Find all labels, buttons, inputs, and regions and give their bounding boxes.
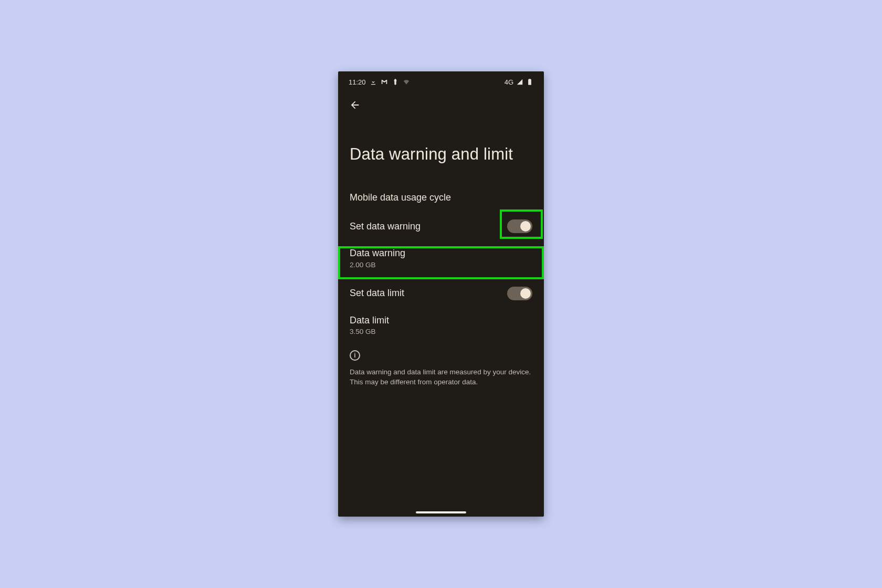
row-label: Set data warning	[350, 220, 421, 233]
cell-signal-icon	[516, 78, 523, 86]
arrow-left-icon	[349, 99, 361, 111]
toggle-knob	[520, 221, 531, 232]
row-value: 3.50 GB	[350, 328, 532, 335]
settings-list: Mobile data usage cycle Set data warning…	[338, 183, 544, 387]
row-value: 2.00 GB	[350, 261, 532, 269]
row-label: Set data limit	[350, 287, 404, 299]
status-time: 11:20	[349, 78, 366, 86]
row-data-warning[interactable]: Data warning 2.00 GB	[338, 240, 544, 275]
toggle-set-data-warning[interactable]	[507, 219, 532, 233]
footer-note: Data warning and data limit are measured…	[338, 364, 544, 387]
row-set-data-limit[interactable]: Set data limit	[338, 279, 544, 308]
row-label: Mobile data usage cycle	[350, 191, 532, 204]
status-right: 4G	[505, 78, 533, 86]
toggle-knob	[520, 288, 531, 299]
network-type: 4G	[505, 78, 513, 86]
row-label: Data warning	[350, 247, 532, 259]
battery-icon	[526, 78, 533, 86]
row-usage-cycle[interactable]: Mobile data usage cycle	[338, 183, 544, 212]
row-set-data-warning[interactable]: Set data warning	[338, 212, 544, 240]
download-icon	[370, 78, 377, 86]
status-bar: 11:20 4G	[338, 76, 544, 88]
nav-handle[interactable]	[416, 511, 466, 513]
toggle-set-data-limit[interactable]	[507, 287, 532, 300]
phone-frame: 11:20 4G Data warning and limit Mobile d…	[338, 71, 544, 517]
page-title: Data warning and limit	[350, 145, 513, 164]
row-data-limit[interactable]: Data limit 3.50 GB	[338, 308, 544, 342]
wifi-weak-icon	[403, 78, 410, 86]
info-icon: i	[350, 350, 360, 361]
gmail-icon	[381, 78, 388, 86]
back-button[interactable]	[348, 98, 362, 112]
vpn-key-icon	[392, 78, 399, 86]
row-label: Data limit	[350, 314, 532, 327]
row-info: i	[338, 342, 544, 364]
status-left: 11:20	[349, 78, 410, 86]
